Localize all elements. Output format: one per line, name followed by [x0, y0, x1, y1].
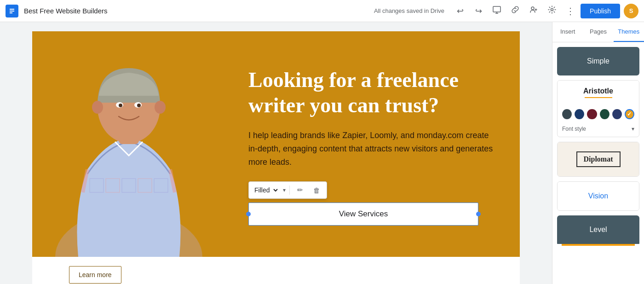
trash-icon: 🗑 [313, 186, 320, 194]
tab-insert[interactable]: Insert [552, 22, 583, 42]
panel-tabs: Insert Pages Themes [552, 22, 644, 42]
more-vert-icon: ⋮ [566, 6, 575, 17]
diplomat-label: Diplomat [576, 151, 621, 167]
more-options-button[interactable]: ⋮ [562, 3, 579, 19]
view-services-container: View Services [248, 203, 478, 226]
hero-body: I help leading brands like Zapier, Looml… [248, 129, 497, 168]
font-style-chevron[interactable]: ▾ [632, 126, 634, 132]
aristotle-underline [585, 97, 612, 98]
color-swatch-5[interactable] [612, 109, 622, 119]
edit-button-style-button[interactable]: ✏ [293, 184, 306, 197]
color-swatch-1[interactable] [562, 109, 572, 119]
link-button[interactable] [507, 3, 523, 19]
selection-handle-left [246, 212, 251, 216]
theme-item-simple[interactable]: Simple [557, 47, 639, 75]
tab-themes[interactable]: Themes [614, 22, 644, 42]
theme-level-label: Level [557, 215, 639, 244]
add-collaborator-button[interactable] [525, 3, 542, 19]
button-editor-toolbar: Filled ▾ ✏ 🗑 [248, 181, 327, 199]
gear-icon [547, 5, 557, 17]
color-swatch-2[interactable] [575, 109, 584, 119]
theme-diplomat-display: Diplomat [558, 142, 639, 176]
save-status: All changes saved in Drive [374, 7, 444, 14]
svg-point-3 [551, 9, 553, 11]
level-bar [562, 244, 635, 246]
toolbar: Best Free Website Builders All changes s… [0, 0, 644, 22]
button-style-select[interactable]: Filled [253, 186, 279, 194]
undo-button[interactable]: ↩ [452, 3, 468, 19]
color-swatch-4[interactable] [600, 109, 610, 119]
panel-content: Simple Aristotle ✓ [552, 42, 644, 284]
svg-rect-1 [493, 6, 500, 12]
publish-button[interactable]: Publish [581, 4, 620, 18]
settings-button[interactable] [544, 3, 560, 19]
learn-more-button[interactable]: Learn more [69, 266, 121, 284]
color-swatches: ✓ [558, 105, 639, 123]
font-style-row: Font style ▾ [558, 123, 639, 137]
app-logo [6, 5, 18, 17]
delete-button-element-button[interactable]: 🗑 [310, 184, 323, 197]
hero-image [32, 31, 235, 257]
svg-point-11 [119, 104, 122, 107]
preview-button[interactable] [489, 3, 505, 19]
link-icon [511, 5, 520, 17]
pencil-icon: ✏ [297, 186, 303, 194]
tab-pages[interactable]: Pages [583, 22, 613, 42]
theme-vision-label: Vision [558, 182, 639, 210]
canvas-area: Looking for a freelance writer you can t… [0, 22, 552, 284]
redo-icon: ↪ [475, 6, 482, 16]
font-style-label: Font style [562, 126, 586, 132]
toolbar-actions: ↩ ↪ [452, 3, 638, 19]
check-icon: ✓ [627, 111, 632, 117]
theme-simple-label: Simple [557, 47, 639, 75]
svg-point-8 [155, 101, 166, 114]
main-area: Looking for a freelance writer you can t… [0, 22, 644, 284]
theme-aristotle-title: Aristotle [562, 87, 634, 95]
avatar[interactable]: S [624, 4, 638, 18]
hero-section: Looking for a freelance writer you can t… [32, 31, 520, 257]
color-swatch-6-selected[interactable]: ✓ [625, 109, 634, 119]
chevron-down-icon: ▾ [283, 187, 286, 193]
svg-point-12 [137, 104, 141, 107]
theme-item-level[interactable]: Level [557, 215, 639, 246]
document-title[interactable]: Best Free Website Builders [24, 7, 370, 15]
preview-icon [492, 5, 501, 17]
color-swatch-3[interactable] [587, 109, 597, 119]
view-services-button[interactable]: View Services [248, 203, 478, 226]
person-illustration [41, 31, 216, 257]
learn-more-section: Learn more [32, 257, 520, 284]
selection-handle-right [476, 212, 481, 216]
toolbar-separator [289, 185, 290, 195]
hero-content: Looking for a freelance writer you can t… [235, 31, 520, 257]
svg-point-2 [531, 7, 534, 10]
undo-icon: ↩ [457, 6, 464, 16]
page-canvas: Looking for a freelance writer you can t… [32, 31, 520, 284]
theme-aristotle-display: Aristotle [558, 81, 639, 105]
hero-heading: Looking for a freelance writer you can t… [248, 67, 497, 118]
svg-point-7 [92, 101, 103, 114]
add-person-icon [529, 5, 538, 17]
theme-item-vision[interactable]: Vision [557, 181, 639, 211]
theme-item-aristotle[interactable]: Aristotle ✓ Font style ▾ [557, 80, 639, 137]
right-panel: Insert Pages Themes Simple Aristotle [552, 22, 644, 284]
theme-item-diplomat[interactable]: Diplomat [557, 142, 639, 177]
redo-button[interactable]: ↪ [470, 3, 487, 19]
